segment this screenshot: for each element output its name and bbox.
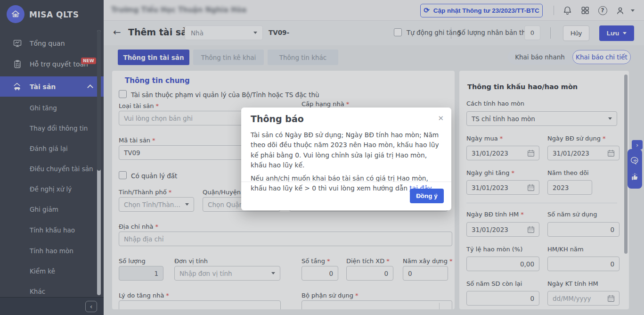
app-window: MISA QLTS Tổng quan Hỗ trợ quyết toán NE… bbox=[0, 0, 644, 315]
modal-paragraph-1: Tài sản có Ngày BĐ sử dụng; Ngày BĐ tính… bbox=[251, 130, 444, 171]
close-icon[interactable]: ✕ bbox=[438, 114, 444, 123]
notification-modal: Thông báo ✕ Tài sản có Ngày BĐ sử dụng; … bbox=[241, 108, 451, 210]
modal-footer: Đồng ý bbox=[241, 182, 451, 210]
modal-title: Thông báo bbox=[251, 114, 304, 124]
agree-button[interactable]: Đồng ý bbox=[410, 189, 444, 203]
